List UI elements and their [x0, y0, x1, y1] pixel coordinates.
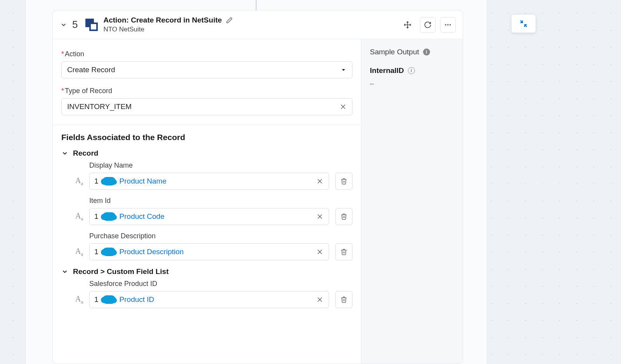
clear-type-button[interactable]	[338, 102, 348, 112]
info-icon[interactable]: i	[408, 67, 415, 74]
compress-icon	[519, 19, 528, 28]
text-type-icon: Aa	[75, 295, 83, 305]
caret-down-icon	[340, 67, 347, 73]
output-field-name: InternalID i	[370, 66, 454, 75]
fields-section-title: Fields Associated to the Record	[61, 133, 352, 142]
action-value: Create Record	[67, 66, 115, 74]
trash-icon	[340, 178, 347, 185]
clear-field-button[interactable]	[315, 211, 325, 222]
action-card: 5 Action: Create Record in NetSuite NTO …	[52, 10, 463, 364]
close-icon	[340, 103, 347, 110]
refresh-icon	[424, 21, 432, 29]
sample-output-title: Sample Output	[370, 48, 419, 56]
delete-field-button[interactable]	[335, 173, 352, 190]
field-input[interactable]: 1 Product Code	[89, 208, 329, 225]
clear-field-button[interactable]	[315, 295, 325, 305]
canvas-column: 5 Action: Create Record in NetSuite NTO …	[25, 0, 487, 364]
chevron-down-icon	[61, 268, 68, 275]
salesforce-icon	[102, 248, 116, 256]
field-block: Item Id Aa 1 Product Code	[61, 197, 352, 225]
ellipsis-icon	[444, 21, 452, 29]
field-input[interactable]: 1 Product Description	[89, 243, 329, 260]
pill-step: 1	[94, 212, 99, 221]
field-label: Purchase Description	[89, 232, 352, 240]
field-label: Item Id	[89, 197, 352, 205]
field-block: Purchase Description Aa 1 Product Descri…	[61, 232, 352, 260]
trash-icon	[340, 248, 347, 255]
action-label: *Action	[61, 50, 352, 58]
field-label: Salesforce Product ID	[89, 280, 352, 288]
svg-point-3	[447, 24, 448, 25]
card-titles: Action: Create Record in NetSuite NTO Ne…	[103, 16, 232, 33]
step-number: 5	[72, 19, 78, 31]
more-button[interactable]	[440, 17, 456, 33]
field-block: Display Name Aa 1 Product Name	[61, 161, 352, 190]
pencil-icon	[226, 17, 233, 24]
salesforce-icon	[102, 212, 116, 221]
chevron-down-icon	[60, 21, 67, 28]
field-block: Salesforce Product ID Aa 1 Product ID	[61, 280, 352, 308]
edit-title-button[interactable]	[226, 17, 233, 24]
trash-icon	[340, 296, 347, 303]
pill-step: 1	[94, 248, 99, 256]
text-type-icon: Aa	[75, 176, 83, 187]
type-label: *Type of Record	[61, 87, 352, 95]
refresh-button[interactable]	[420, 17, 435, 33]
field-label: Display Name	[89, 161, 352, 170]
pill-text: Product Code	[120, 212, 165, 221]
field-input[interactable]: 1 Product ID	[89, 291, 329, 308]
pill-text: Product ID	[120, 295, 154, 304]
move-icon	[404, 21, 411, 29]
svg-point-4	[449, 24, 451, 25]
group-toggle-custom-fields[interactable]: Record > Custom Field List	[61, 267, 352, 276]
card-body: *Action Create Record *Type of Record IN…	[53, 39, 463, 364]
output-field-value: –	[370, 80, 454, 88]
chevron-down-icon	[61, 150, 68, 157]
group-label: Record	[73, 149, 98, 158]
close-icon	[316, 213, 323, 220]
pill-text: Product Description	[120, 248, 184, 256]
clear-field-button[interactable]	[315, 247, 325, 257]
card-header: 5 Action: Create Record in NetSuite NTO …	[53, 10, 463, 39]
close-icon	[316, 248, 323, 255]
section-divider	[53, 125, 361, 125]
sample-output-pane: Sample Output i InternalID i –	[361, 39, 463, 364]
trash-icon	[340, 213, 347, 220]
field-input[interactable]: 1 Product Name	[89, 173, 329, 190]
group-toggle-record[interactable]: Record	[61, 149, 352, 158]
type-input[interactable]: INVENTORY_ITEM	[61, 98, 352, 115]
info-icon[interactable]: i	[423, 49, 430, 55]
clear-field-button[interactable]	[315, 176, 325, 186]
flow-connector	[256, 0, 257, 10]
group-label: Record > Custom Field List	[73, 267, 169, 276]
svg-point-2	[445, 24, 446, 25]
netsuite-logo	[85, 18, 99, 32]
move-button[interactable]	[400, 17, 415, 33]
card-subtitle: NTO NetSuite	[103, 26, 232, 33]
salesforce-icon	[102, 177, 116, 185]
salesforce-icon	[102, 295, 116, 304]
close-icon	[316, 296, 323, 303]
delete-field-button[interactable]	[335, 208, 352, 225]
text-type-icon: Aa	[75, 247, 83, 257]
svg-marker-5	[342, 69, 345, 71]
delete-field-button[interactable]	[335, 291, 352, 308]
delete-field-button[interactable]	[335, 243, 352, 260]
pill-text: Product Name	[120, 177, 167, 185]
type-value: INVENTORY_ITEM	[67, 102, 132, 111]
text-type-icon: Aa	[75, 211, 83, 222]
pill-step: 1	[94, 295, 99, 304]
action-select[interactable]: Create Record	[61, 61, 352, 78]
close-icon	[316, 178, 323, 185]
form-pane: *Action Create Record *Type of Record IN…	[53, 39, 361, 364]
collapse-toggle[interactable]	[58, 19, 69, 30]
pill-step: 1	[94, 177, 99, 185]
card-title: Action: Create Record in NetSuite	[103, 16, 222, 24]
collapse-panel-button[interactable]	[512, 15, 536, 33]
